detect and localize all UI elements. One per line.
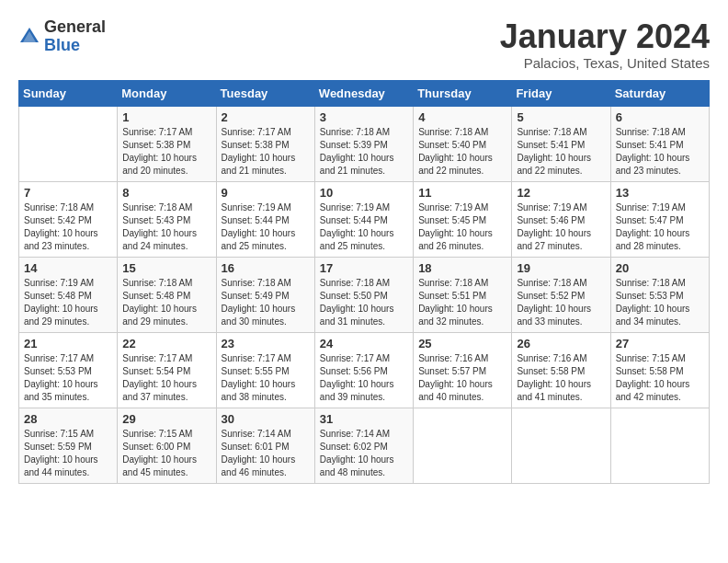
day-number: 16 [222,261,310,275]
day-number: 27 [616,337,704,350]
calendar-title: January 2024 [500,18,710,55]
calendar-cell: 15Sunrise: 7:18 AM Sunset: 5:48 PM Dayli… [118,257,216,332]
day-info: Sunrise: 7:14 AM Sunset: 6:01 PM Dayligh… [222,428,310,479]
day-number: 3 [320,110,408,124]
day-number: 19 [517,261,605,275]
calendar-week-row: 14Sunrise: 7:19 AM Sunset: 5:48 PM Dayli… [19,257,710,332]
calendar-cell: 22Sunrise: 7:17 AM Sunset: 5:54 PM Dayli… [118,332,216,408]
day-number: 21 [24,337,112,350]
weekday-header-thursday: Thursday [414,80,512,106]
calendar-cell: 27Sunrise: 7:15 AM Sunset: 5:58 PM Dayli… [610,332,709,408]
logo-text: General Blue [44,18,106,55]
day-number: 22 [122,337,210,350]
day-number: 14 [24,261,112,275]
day-info: Sunrise: 7:17 AM Sunset: 5:38 PM Dayligh… [122,126,210,178]
weekday-header-tuesday: Tuesday [216,80,314,106]
day-number: 25 [418,337,506,350]
day-info: Sunrise: 7:19 AM Sunset: 5:46 PM Dayligh… [517,201,605,253]
weekday-header-saturday: Saturday [610,80,709,106]
day-number: 17 [320,261,408,275]
day-info: Sunrise: 7:17 AM Sunset: 5:56 PM Dayligh… [320,352,408,404]
day-number: 9 [222,186,310,200]
calendar-cell: 12Sunrise: 7:19 AM Sunset: 5:46 PM Dayli… [512,181,610,257]
day-number: 6 [616,110,704,124]
day-info: Sunrise: 7:18 AM Sunset: 5:43 PM Dayligh… [122,201,210,253]
day-number: 31 [320,412,408,426]
day-info: Sunrise: 7:17 AM Sunset: 5:55 PM Dayligh… [222,352,310,404]
calendar-cell: 28Sunrise: 7:15 AM Sunset: 5:59 PM Dayli… [19,408,118,483]
day-info: Sunrise: 7:17 AM Sunset: 5:53 PM Dayligh… [24,352,112,404]
day-info: Sunrise: 7:18 AM Sunset: 5:52 PM Dayligh… [517,277,605,328]
title-block: January 2024 Palacios, Texas, United Sta… [500,18,710,71]
calendar-cell: 17Sunrise: 7:18 AM Sunset: 5:50 PM Dayli… [314,257,413,332]
calendar-cell: 24Sunrise: 7:17 AM Sunset: 5:56 PM Dayli… [314,332,413,408]
day-number: 23 [222,337,310,350]
calendar-cell: 30Sunrise: 7:14 AM Sunset: 6:01 PM Dayli… [216,408,314,483]
calendar-cell: 29Sunrise: 7:15 AM Sunset: 6:00 PM Dayli… [118,408,216,483]
day-info: Sunrise: 7:16 AM Sunset: 5:57 PM Dayligh… [418,352,506,404]
day-number: 11 [418,186,506,200]
weekday-header-row: SundayMondayTuesdayWednesdayThursdayFrid… [19,80,710,106]
calendar-cell: 26Sunrise: 7:16 AM Sunset: 5:58 PM Dayli… [512,332,610,408]
day-info: Sunrise: 7:18 AM Sunset: 5:53 PM Dayligh… [616,277,704,328]
day-number: 15 [122,261,210,275]
day-info: Sunrise: 7:19 AM Sunset: 5:47 PM Dayligh… [616,201,704,253]
weekday-header-monday: Monday [118,80,216,106]
calendar-cell: 11Sunrise: 7:19 AM Sunset: 5:45 PM Dayli… [414,181,512,257]
day-number: 10 [320,186,408,200]
calendar-cell: 3Sunrise: 7:18 AM Sunset: 5:39 PM Daylig… [314,106,413,181]
weekday-header-wednesday: Wednesday [314,80,413,106]
day-number: 7 [24,186,112,200]
page-header: General Blue January 2024 Palacios, Texa… [18,18,710,71]
day-info: Sunrise: 7:15 AM Sunset: 5:59 PM Dayligh… [24,428,112,479]
day-info: Sunrise: 7:18 AM Sunset: 5:51 PM Dayligh… [418,277,506,328]
weekday-header-friday: Friday [512,80,610,106]
calendar-cell: 19Sunrise: 7:18 AM Sunset: 5:52 PM Dayli… [512,257,610,332]
day-number: 8 [122,186,210,200]
day-info: Sunrise: 7:17 AM Sunset: 5:54 PM Dayligh… [122,352,210,404]
day-info: Sunrise: 7:15 AM Sunset: 5:58 PM Dayligh… [616,352,704,404]
calendar-week-row: 28Sunrise: 7:15 AM Sunset: 5:59 PM Dayli… [19,408,710,483]
logo-general: General [44,17,106,36]
calendar-cell [610,408,709,483]
calendar-cell: 5Sunrise: 7:18 AM Sunset: 5:41 PM Daylig… [512,106,610,181]
day-info: Sunrise: 7:18 AM Sunset: 5:49 PM Dayligh… [222,277,310,328]
calendar-cell [19,106,118,181]
calendar-cell: 21Sunrise: 7:17 AM Sunset: 5:53 PM Dayli… [19,332,118,408]
day-info: Sunrise: 7:19 AM Sunset: 5:45 PM Dayligh… [418,201,506,253]
calendar-week-row: 1Sunrise: 7:17 AM Sunset: 5:38 PM Daylig… [19,106,710,181]
day-info: Sunrise: 7:15 AM Sunset: 6:00 PM Dayligh… [122,428,210,479]
day-number: 24 [320,337,408,350]
logo: General Blue [18,18,106,55]
calendar-cell: 20Sunrise: 7:18 AM Sunset: 5:53 PM Dayli… [610,257,709,332]
day-number: 30 [222,412,310,426]
calendar-cell: 31Sunrise: 7:14 AM Sunset: 6:02 PM Dayli… [314,408,413,483]
calendar-cell: 14Sunrise: 7:19 AM Sunset: 5:48 PM Dayli… [19,257,118,332]
day-number: 26 [517,337,605,350]
day-info: Sunrise: 7:19 AM Sunset: 5:48 PM Dayligh… [24,277,112,328]
logo-blue: Blue [44,36,80,54]
day-number: 29 [122,412,210,426]
day-number: 20 [616,261,704,275]
calendar-cell: 8Sunrise: 7:18 AM Sunset: 5:43 PM Daylig… [118,181,216,257]
day-number: 1 [122,110,210,124]
calendar-cell: 18Sunrise: 7:18 AM Sunset: 5:51 PM Dayli… [414,257,512,332]
day-info: Sunrise: 7:18 AM Sunset: 5:41 PM Dayligh… [517,126,605,178]
day-info: Sunrise: 7:18 AM Sunset: 5:42 PM Dayligh… [24,201,112,253]
calendar-cell: 1Sunrise: 7:17 AM Sunset: 5:38 PM Daylig… [118,106,216,181]
calendar-cell [414,408,512,483]
day-number: 2 [222,110,310,124]
calendar-cell: 9Sunrise: 7:19 AM Sunset: 5:44 PM Daylig… [216,181,314,257]
day-info: Sunrise: 7:19 AM Sunset: 5:44 PM Dayligh… [320,201,408,253]
calendar-cell: 23Sunrise: 7:17 AM Sunset: 5:55 PM Dayli… [216,332,314,408]
calendar-cell: 25Sunrise: 7:16 AM Sunset: 5:57 PM Dayli… [414,332,512,408]
day-info: Sunrise: 7:18 AM Sunset: 5:48 PM Dayligh… [122,277,210,328]
day-info: Sunrise: 7:18 AM Sunset: 5:41 PM Dayligh… [616,126,704,178]
calendar-week-row: 21Sunrise: 7:17 AM Sunset: 5:53 PM Dayli… [19,332,710,408]
calendar-cell: 4Sunrise: 7:18 AM Sunset: 5:40 PM Daylig… [414,106,512,181]
day-info: Sunrise: 7:16 AM Sunset: 5:58 PM Dayligh… [517,352,605,404]
calendar-cell: 10Sunrise: 7:19 AM Sunset: 5:44 PM Dayli… [314,181,413,257]
day-info: Sunrise: 7:17 AM Sunset: 5:38 PM Dayligh… [222,126,310,178]
day-info: Sunrise: 7:18 AM Sunset: 5:40 PM Dayligh… [418,126,506,178]
day-info: Sunrise: 7:18 AM Sunset: 5:50 PM Dayligh… [320,277,408,328]
